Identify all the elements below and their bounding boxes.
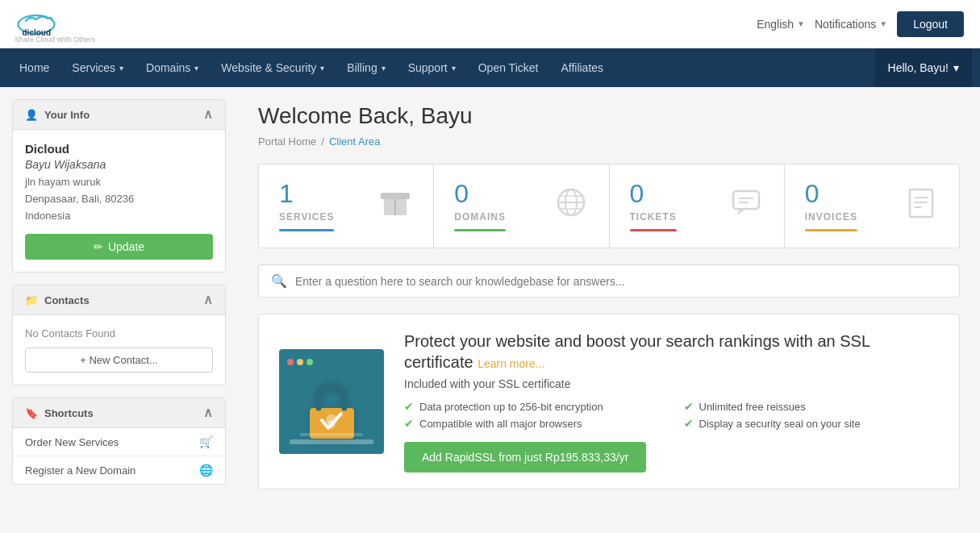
dot-yellow [297,359,303,365]
check-icon-4: ✔ [684,417,694,430]
ssl-included-text: Included with your SSL certificate [404,377,939,390]
domains-underline [454,229,506,231]
stat-invoices[interactable]: 0 INVOICES [785,164,959,248]
invoice-icon [903,185,939,227]
nav-item-open-ticket[interactable]: Open Ticket [467,48,550,87]
cart-icon: 🛒 [199,435,213,448]
contacts-collapse-button[interactable]: ∧ [203,294,213,306]
person-name: Bayu Wijaksana [25,158,213,171]
address-line3: Indonesia [25,208,213,225]
search-bar: 🔍 [258,264,960,298]
logo-subtext: Share Cloud With Others [15,35,95,44]
add-rapidssl-button[interactable]: Add RapidSSL from just Rp195.833,33/yr [404,442,646,473]
svg-rect-3 [381,193,410,199]
ssl-feature-2: ✔ Compatible with all major browsers [404,417,660,430]
your-info-body: Dicloud Bayu Wijaksana jln hayam wuruk D… [13,130,225,272]
logo-area: dicloud Share Cloud With Others [16,8,95,40]
ssl-feature-1: ✔ Data protection up to 256-bit encrypti… [404,400,660,413]
shortcut-register-domain[interactable]: Register a New Domain 🌐 [13,456,225,484]
domains-caret-icon: ▾ [194,64,198,73]
lock-svg-icon [306,380,358,440]
nav-item-support[interactable]: Support ▾ [397,48,467,87]
shortcut-order-services[interactable]: Order New Services 🛒 [13,428,225,456]
shortcuts-header: 🔖 Shortcuts ∧ [13,398,225,428]
search-input[interactable] [295,275,947,288]
shortcuts-card: 🔖 Shortcuts ∧ Order New Services 🛒 Regis… [12,398,226,485]
box-icon [377,185,413,227]
stats-row: 1 SERVICES 0 DOMAINS [258,164,960,248]
stat-services[interactable]: 1 SERVICES [259,164,434,248]
breadcrumb: Portal Home / Client Area [258,135,960,148]
no-contacts-message: No Contacts Found [25,327,213,339]
top-right-actions: English ▼ Notifications ▼ Logout [757,11,964,37]
ssl-promo-banner: Protect your website and boost your sear… [258,314,960,489]
support-caret-icon: ▾ [452,64,456,73]
your-info-collapse-button[interactable]: ∧ [203,108,213,121]
chat-icon [728,185,764,227]
topbar: dicloud Share Cloud With Others English … [0,0,980,48]
globe-stat-icon [553,185,589,227]
check-icon-2: ✔ [404,417,414,430]
nav-item-services[interactable]: Services ▾ [60,48,135,87]
update-info-button[interactable]: ✏ Update [25,234,213,260]
new-contact-button[interactable]: + New Contact... [25,348,213,373]
website-security-caret-icon: ▾ [320,64,324,73]
language-selector[interactable]: English ▼ [757,18,805,31]
tickets-underline [630,229,677,231]
sidebar: 👤 Your Info ∧ Dicloud Bayu Wijaksana jln… [0,87,238,533]
dot-red [287,359,294,365]
check-icon-3: ✔ [684,400,694,413]
dot-green [307,359,313,365]
bookmark-icon: 🔖 [25,407,38,419]
nav-item-billing[interactable]: Billing ▾ [336,48,396,87]
ssl-feature-3: ✔ Unlimited free reissues [684,400,940,413]
nav-item-domains[interactable]: Domains ▾ [135,48,210,87]
search-icon: 🔍 [271,273,287,289]
page-layout: 👤 Your Info ∧ Dicloud Bayu Wijaksana jln… [0,87,980,533]
language-chevron-icon: ▼ [797,19,805,28]
address-line2: Denpasaar, Bali, 80236 [25,191,213,208]
navbar: Home Services ▾ Domains ▾ Website & Secu… [0,48,980,87]
user-icon: 👤 [25,109,38,121]
nav-item-website-security[interactable]: Website & Security ▾ [210,48,336,87]
page-title: Welcome Back, Bayu [258,103,960,129]
ssl-illustration [279,349,384,454]
services-underline [279,229,334,231]
check-icon-1: ✔ [404,400,414,413]
shortcuts-list: Order New Services 🛒 Register a New Doma… [13,428,225,484]
company-name: Dicloud [25,142,213,156]
shortcuts-collapse-button[interactable]: ∧ [203,406,213,419]
breadcrumb-current: Client Area [329,135,381,148]
logout-button[interactable]: Logout [897,11,964,37]
stat-domains[interactable]: 0 DOMAINS [434,164,609,248]
ssl-feature-4: ✔ Display a security seal on your site [684,417,940,430]
folder-icon: 📁 [25,294,38,306]
your-info-card: 👤 Your Info ∧ Dicloud Bayu Wijaksana jln… [12,99,226,273]
pencil-icon: ✏ [94,240,103,253]
contacts-body: No Contacts Found + New Contact... [13,315,225,385]
main-content: Welcome Back, Bayu Portal Home / Client … [238,87,980,533]
notifications-chevron-icon: ▼ [879,19,887,28]
ssl-promo-title: Protect your website and boost your sear… [404,331,939,373]
billing-caret-icon: ▾ [382,64,386,73]
nav-item-affiliates[interactable]: Affiliates [549,48,615,87]
ssl-features-list: ✔ Data protection up to 256-bit encrypti… [404,400,939,430]
invoices-underline [805,229,857,231]
stat-tickets[interactable]: 0 TICKETS [610,164,785,248]
user-menu-caret-icon: ▾ [953,61,959,74]
nav-item-home[interactable]: Home [8,48,60,87]
notifications-button[interactable]: Notifications ▼ [815,18,887,31]
address-line1: jln hayam wuruk [25,174,213,191]
hello-user-button[interactable]: Hello, Bayu! ▾ [875,48,972,87]
your-info-header: 👤 Your Info ∧ [13,100,225,130]
ssl-learn-more-link[interactable]: Learn more... [477,357,544,370]
globe-icon: 🌐 [199,464,213,477]
breadcrumb-home-link[interactable]: Portal Home [258,135,316,148]
svg-rect-10 [733,191,759,209]
nav-user-area: Hello, Bayu! ▾ [875,48,972,87]
breadcrumb-separator: / [321,135,324,148]
contacts-card: 📁 Contacts ∧ No Contacts Found + New Con… [12,285,226,385]
contacts-header: 📁 Contacts ∧ [13,285,225,315]
services-caret-icon: ▾ [119,64,123,73]
ssl-text-content: Protect your website and boost your sear… [404,331,939,473]
